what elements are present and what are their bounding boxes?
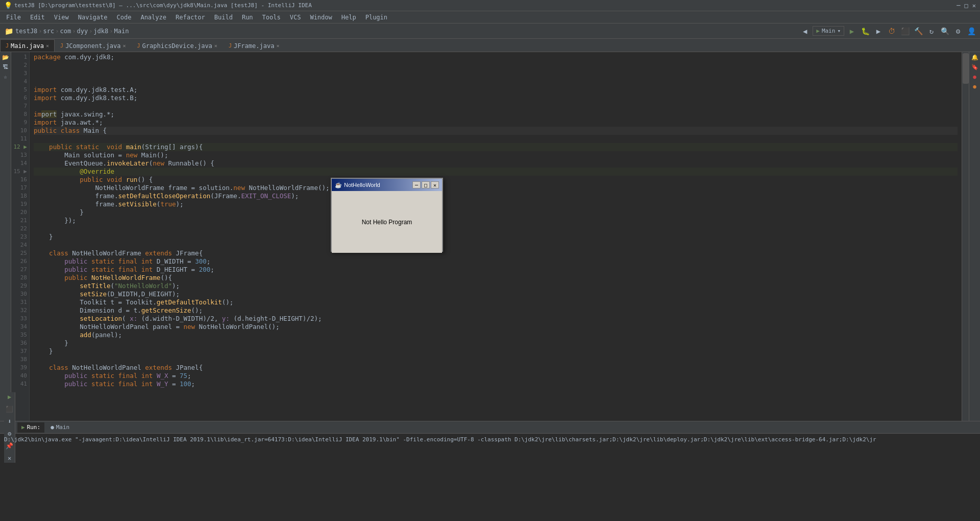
project-panel-icon[interactable]: 📂 <box>2 54 9 61</box>
breadcrumb-src[interactable]: src <box>43 28 55 35</box>
bookmark-icon[interactable]: 🔖 <box>971 64 978 70</box>
warning-stripe-icon[interactable]: ● <box>973 83 976 90</box>
java-window-buttons[interactable]: ─ □ ✕ <box>412 181 439 188</box>
code-line-37: } <box>34 347 958 356</box>
run-button[interactable]: ▶ <box>846 26 857 37</box>
java-window-title: ☕ NotHelloWorld <box>335 182 380 188</box>
tab-main-java[interactable]: J Main.java ✕ <box>0 39 55 52</box>
run-output: D:\jdk2\bin\java.exe "-javaagent:D:\idea… <box>4 436 976 444</box>
menu-navigate[interactable]: Navigate <box>74 13 112 22</box>
title-bar-buttons[interactable]: ─ □ ✕ <box>957 2 976 9</box>
code-line-38 <box>34 356 958 364</box>
menu-view[interactable]: View <box>50 13 73 22</box>
minimize-button[interactable]: ─ <box>957 2 960 9</box>
code-line-26: public static final int D_WIDTH = 300; <box>34 257 958 266</box>
notifications-icon[interactable]: 🔔 <box>971 54 978 61</box>
maximize-button[interactable]: □ <box>965 2 968 9</box>
menu-analyze[interactable]: Analyze <box>136 13 170 22</box>
menu-plugin[interactable]: Plugin <box>361 13 391 22</box>
code-line-19: frame.setVisible(true); <box>34 200 958 208</box>
menu-help[interactable]: Help <box>337 13 360 22</box>
build-button[interactable]: 🔨 <box>913 26 924 37</box>
code-line-10: public class Main { <box>34 127 958 135</box>
run-config[interactable]: ▶ Main ▾ <box>813 26 844 36</box>
code-line-5: import com.dyy.jdk8.test.A; <box>34 86 958 94</box>
tab-icon-jframe: J <box>229 43 232 49</box>
code-line-3 <box>34 69 958 78</box>
code-line-2 <box>34 61 958 69</box>
code-line-39: class NotHelloWorldPanel extends JPanel{ <box>34 364 958 372</box>
tab-close-main[interactable]: ✕ <box>46 43 49 49</box>
menu-window[interactable]: Window <box>306 13 336 22</box>
code-line-34: NotHelloWorldPanel panel = new NotHelloW… <box>34 323 958 331</box>
tab-graphicsdevice[interactable]: J GraphicsDevice.java ✕ <box>132 39 223 52</box>
code-line-8: import javax.swing.*; <box>34 110 958 119</box>
java-minimize-button[interactable]: ─ <box>412 181 421 188</box>
java-close-button[interactable]: ✕ <box>431 181 439 188</box>
tab-jframe[interactable]: J JFrame.java ✕ <box>223 39 285 52</box>
tab-close-graphicsdevice[interactable]: ✕ <box>214 43 217 49</box>
code-line-27: public static final int D_HEIGHT = 200; <box>34 266 958 274</box>
editor[interactable]: package com.dyy.jdk8; import com.dyy.jdk… <box>30 52 962 421</box>
java-swing-window[interactable]: ☕ NotHelloWorld ─ □ ✕ Not Hello Program <box>331 178 443 252</box>
bottom-tab-main[interactable]: ● Main <box>46 422 74 433</box>
settings-button[interactable]: ⚙ <box>952 26 964 37</box>
tabs-bar: J Main.java ✕ J JComponent.java ✕ J Grap… <box>0 39 980 52</box>
search-button[interactable]: 🔍 <box>939 26 950 37</box>
debug-button[interactable]: 🐛 <box>860 26 871 37</box>
code-line-15: @Override <box>34 168 958 176</box>
structure-panel-icon[interactable]: 🏗 <box>3 64 8 70</box>
code-line-36: } <box>34 339 958 347</box>
reload-button[interactable]: ↻ <box>926 26 937 37</box>
tab-icon-main: J <box>6 43 9 49</box>
java-window-text: Not Hello Program <box>362 219 412 226</box>
tab-label-graphicsdevice: GraphicsDevice.java <box>142 42 212 50</box>
stop-button[interactable]: ⬛ <box>899 26 911 37</box>
favorites-icon[interactable]: ☆ <box>4 74 7 80</box>
run-stop-button[interactable]: ⬛ <box>5 405 14 414</box>
run-restart-button[interactable]: ▶ <box>5 392 14 401</box>
right-scrollbar[interactable] <box>962 52 969 421</box>
toolbar: 📁 testJ8 › src › com › dyy › jdk8 › Main… <box>0 23 980 39</box>
breadcrumb-com[interactable]: com <box>60 28 71 35</box>
code-line-1: package com.dyy.jdk8; <box>34 53 958 61</box>
java-window-titlebar[interactable]: ☕ NotHelloWorld ─ □ ✕ <box>332 179 442 191</box>
project-icon: 📁 <box>3 26 14 37</box>
menu-run[interactable]: Run <box>238 13 257 22</box>
run-config-dropdown[interactable]: ▾ <box>837 28 841 34</box>
menu-build[interactable]: Build <box>210 13 237 22</box>
app-icon: 💡 <box>4 2 12 9</box>
run-tab-label: Run: <box>27 424 41 431</box>
error-stripe-icon[interactable]: ● <box>973 74 976 80</box>
menu-code[interactable]: Code <box>113 13 136 22</box>
close-button[interactable]: ✕ <box>972 2 976 9</box>
user-button[interactable]: 👤 <box>966 26 977 37</box>
run-scroll-end-button[interactable]: ⬇ <box>5 417 14 426</box>
menu-vcs[interactable]: VCS <box>286 13 305 22</box>
menu-edit[interactable]: Edit <box>26 13 49 22</box>
title-bar-left: 💡 testJ8 [D:\program\testtest\8] – ...\s… <box>4 2 312 9</box>
coverage-button[interactable]: ▶ <box>873 26 884 37</box>
breadcrumb-main[interactable]: Main <box>114 28 129 35</box>
java-maximize-button[interactable]: □ <box>422 181 430 188</box>
bottom-tab-run[interactable]: ▶ Run: <box>17 422 44 433</box>
java-window-content: Not Hello Program <box>332 191 442 253</box>
breadcrumb-jdk8[interactable]: jdk8 <box>93 28 108 35</box>
menu-file[interactable]: File <box>2 13 25 22</box>
menu-tools[interactable]: Tools <box>258 13 285 22</box>
menu-refactor[interactable]: Refactor <box>172 13 209 22</box>
code-line-40: public static final int W_X = 75; <box>34 372 958 380</box>
window-title: testJ8 [D:\program\testtest\8] – ...\src… <box>14 2 312 9</box>
profile-button[interactable]: ⏱ <box>886 26 897 37</box>
breadcrumb-testj8[interactable]: testJ8 <box>15 28 37 35</box>
tab-close-jframe[interactable]: ✕ <box>276 43 279 49</box>
tab-jcomponent[interactable]: J JComponent.java ✕ <box>55 39 131 52</box>
breadcrumb-dyy[interactable]: dyy <box>77 28 88 35</box>
tab-close-jcomponent[interactable]: ✕ <box>123 43 126 49</box>
code-line-31: Toolkit t = Toolkit.getDefaultToolkit(); <box>34 298 958 306</box>
tab-icon-graphicsdevice: J <box>137 43 140 49</box>
back-button[interactable]: ◀ <box>799 26 811 37</box>
run-tab-icon: ▶ <box>21 424 25 431</box>
code-line-33: setLocation( x: (d.width-D_WIDTH)/2, y: … <box>34 315 958 323</box>
code-line-18: frame.setDefaultCloseOperation(JFrame.EX… <box>34 192 958 200</box>
